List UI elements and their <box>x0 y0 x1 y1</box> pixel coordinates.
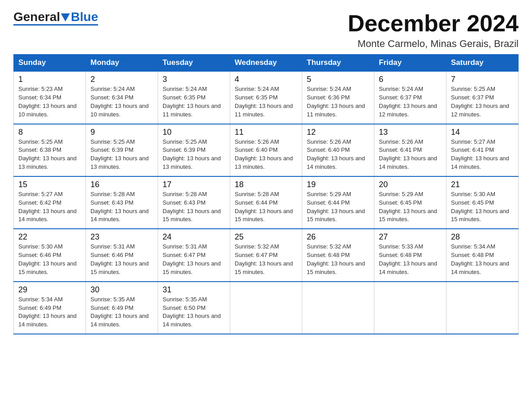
day-number: 30 <box>90 285 153 295</box>
day-info: Sunrise: 5:33 AMSunset: 6:48 PMDaylight:… <box>379 243 442 276</box>
calendar-day-cell: 1Sunrise: 5:23 AMSunset: 6:34 PMDaylight… <box>14 71 86 124</box>
day-info: Sunrise: 5:26 AMSunset: 6:40 PMDaylight:… <box>235 138 297 171</box>
day-number: 18 <box>235 180 297 189</box>
day-number: 19 <box>307 180 369 189</box>
day-info: Sunrise: 5:27 AMSunset: 6:41 PMDaylight:… <box>451 138 514 171</box>
calendar-day-cell: 21Sunrise: 5:30 AMSunset: 6:45 PMDayligh… <box>446 176 519 229</box>
calendar-week-row: 15Sunrise: 5:27 AMSunset: 6:42 PMDayligh… <box>14 176 519 229</box>
col-tuesday: Tuesday <box>158 55 230 72</box>
day-info: Sunrise: 5:32 AMSunset: 6:47 PMDaylight:… <box>235 243 297 276</box>
day-info: Sunrise: 5:24 AMSunset: 6:34 PMDaylight:… <box>90 85 153 119</box>
calendar-day-cell: 23Sunrise: 5:31 AMSunset: 6:46 PMDayligh… <box>86 229 158 281</box>
calendar-day-cell: 6Sunrise: 5:24 AMSunset: 6:37 PMDaylight… <box>374 71 446 124</box>
col-monday: Monday <box>86 55 158 72</box>
day-info: Sunrise: 5:32 AMSunset: 6:48 PMDaylight:… <box>307 243 369 276</box>
logo: General Blue <box>13 11 98 23</box>
calendar-week-row: 22Sunrise: 5:30 AMSunset: 6:46 PMDayligh… <box>14 229 519 281</box>
day-number: 1 <box>18 75 81 84</box>
day-info: Sunrise: 5:31 AMSunset: 6:46 PMDaylight:… <box>90 243 153 276</box>
day-info: Sunrise: 5:25 AMSunset: 6:37 PMDaylight:… <box>451 85 514 119</box>
calendar-day-cell: 5Sunrise: 5:24 AMSunset: 6:36 PMDaylight… <box>302 71 374 124</box>
day-number: 29 <box>18 285 81 295</box>
day-number: 12 <box>307 128 369 137</box>
calendar-week-row: 8Sunrise: 5:25 AMSunset: 6:38 PMDaylight… <box>14 124 519 176</box>
calendar-week-row: 1Sunrise: 5:23 AMSunset: 6:34 PMDaylight… <box>14 71 519 124</box>
logo-blue-text: Blue <box>71 11 98 23</box>
day-number: 16 <box>90 180 153 189</box>
day-info: Sunrise: 5:28 AMSunset: 6:44 PMDaylight:… <box>235 190 297 224</box>
day-number: 27 <box>379 232 442 242</box>
calendar-day-cell: 13Sunrise: 5:26 AMSunset: 6:41 PMDayligh… <box>374 124 446 176</box>
day-number: 28 <box>451 232 514 242</box>
day-number: 17 <box>163 180 225 189</box>
day-number: 11 <box>235 128 297 137</box>
calendar-day-cell: 24Sunrise: 5:31 AMSunset: 6:47 PMDayligh… <box>158 229 230 281</box>
col-friday: Friday <box>374 55 446 72</box>
logo-area: General Blue <box>13 11 98 26</box>
logo-general-text: General <box>13 11 60 23</box>
day-info: Sunrise: 5:30 AMSunset: 6:45 PMDaylight:… <box>451 190 514 224</box>
page: General Blue December 2024 Monte Carmelo… <box>0 0 532 343</box>
col-wednesday: Wednesday <box>230 55 302 72</box>
day-number: 9 <box>90 128 153 137</box>
day-info: Sunrise: 5:27 AMSunset: 6:42 PMDaylight:… <box>18 190 81 224</box>
day-info: Sunrise: 5:34 AMSunset: 6:49 PMDaylight:… <box>18 295 81 329</box>
calendar-day-cell <box>230 282 302 334</box>
day-info: Sunrise: 5:31 AMSunset: 6:47 PMDaylight:… <box>163 243 225 276</box>
day-info: Sunrise: 5:35 AMSunset: 6:49 PMDaylight:… <box>90 295 153 329</box>
header-row-days: Sunday Monday Tuesday Wednesday Thursday… <box>14 55 519 72</box>
day-info: Sunrise: 5:29 AMSunset: 6:44 PMDaylight:… <box>307 190 369 224</box>
calendar-day-cell: 7Sunrise: 5:25 AMSunset: 6:37 PMDaylight… <box>446 71 519 124</box>
calendar-day-cell: 9Sunrise: 5:25 AMSunset: 6:39 PMDaylight… <box>86 124 158 176</box>
calendar-day-cell: 26Sunrise: 5:32 AMSunset: 6:48 PMDayligh… <box>302 229 374 281</box>
day-info: Sunrise: 5:24 AMSunset: 6:35 PMDaylight:… <box>235 85 297 119</box>
calendar-day-cell <box>374 282 446 334</box>
calendar-day-cell: 25Sunrise: 5:32 AMSunset: 6:47 PMDayligh… <box>230 229 302 281</box>
day-number: 2 <box>90 75 153 84</box>
calendar-day-cell: 8Sunrise: 5:25 AMSunset: 6:38 PMDaylight… <box>14 124 86 176</box>
day-number: 6 <box>379 75 442 84</box>
calendar-day-cell: 12Sunrise: 5:26 AMSunset: 6:40 PMDayligh… <box>302 124 374 176</box>
day-info: Sunrise: 5:29 AMSunset: 6:45 PMDaylight:… <box>379 190 442 224</box>
day-info: Sunrise: 5:30 AMSunset: 6:46 PMDaylight:… <box>18 243 81 276</box>
col-thursday: Thursday <box>302 55 374 72</box>
title-area: December 2024 Monte Carmelo, Minas Gerai… <box>348 11 519 50</box>
calendar-day-cell <box>446 282 519 334</box>
day-number: 20 <box>379 180 442 189</box>
day-number: 7 <box>451 75 514 84</box>
calendar-day-cell: 30Sunrise: 5:35 AMSunset: 6:49 PMDayligh… <box>86 282 158 334</box>
calendar-day-cell: 31Sunrise: 5:35 AMSunset: 6:50 PMDayligh… <box>158 282 230 334</box>
day-info: Sunrise: 5:35 AMSunset: 6:50 PMDaylight:… <box>163 295 225 329</box>
calendar-day-cell: 18Sunrise: 5:28 AMSunset: 6:44 PMDayligh… <box>230 176 302 229</box>
day-number: 5 <box>307 75 369 84</box>
calendar-header: Sunday Monday Tuesday Wednesday Thursday… <box>14 55 519 72</box>
day-number: 14 <box>451 128 514 137</box>
logo-underline <box>13 24 98 26</box>
calendar-day-cell: 2Sunrise: 5:24 AMSunset: 6:34 PMDaylight… <box>86 71 158 124</box>
day-number: 15 <box>18 180 81 189</box>
col-saturday: Saturday <box>446 55 519 72</box>
calendar-day-cell: 4Sunrise: 5:24 AMSunset: 6:35 PMDaylight… <box>230 71 302 124</box>
calendar-subtitle: Monte Carmelo, Minas Gerais, Brazil <box>348 38 519 50</box>
day-number: 31 <box>163 285 225 295</box>
calendar-day-cell: 10Sunrise: 5:25 AMSunset: 6:39 PMDayligh… <box>158 124 230 176</box>
calendar-day-cell: 29Sunrise: 5:34 AMSunset: 6:49 PMDayligh… <box>14 282 86 334</box>
day-number: 13 <box>379 128 442 137</box>
calendar-body: 1Sunrise: 5:23 AMSunset: 6:34 PMDaylight… <box>14 71 519 334</box>
calendar-day-cell: 28Sunrise: 5:34 AMSunset: 6:48 PMDayligh… <box>446 229 519 281</box>
day-info: Sunrise: 5:26 AMSunset: 6:40 PMDaylight:… <box>307 138 369 171</box>
day-info: Sunrise: 5:24 AMSunset: 6:37 PMDaylight:… <box>379 85 442 119</box>
day-number: 23 <box>90 232 153 242</box>
day-info: Sunrise: 5:24 AMSunset: 6:36 PMDaylight:… <box>307 85 369 119</box>
day-info: Sunrise: 5:25 AMSunset: 6:39 PMDaylight:… <box>90 138 153 171</box>
day-info: Sunrise: 5:25 AMSunset: 6:39 PMDaylight:… <box>163 138 225 171</box>
day-info: Sunrise: 5:24 AMSunset: 6:35 PMDaylight:… <box>163 85 225 119</box>
day-number: 22 <box>18 232 81 242</box>
calendar-day-cell: 11Sunrise: 5:26 AMSunset: 6:40 PMDayligh… <box>230 124 302 176</box>
calendar-week-row: 29Sunrise: 5:34 AMSunset: 6:49 PMDayligh… <box>14 282 519 334</box>
calendar-day-cell: 16Sunrise: 5:28 AMSunset: 6:43 PMDayligh… <box>86 176 158 229</box>
day-number: 3 <box>163 75 225 84</box>
day-number: 25 <box>235 232 297 242</box>
calendar-table: Sunday Monday Tuesday Wednesday Thursday… <box>13 54 519 334</box>
day-info: Sunrise: 5:28 AMSunset: 6:43 PMDaylight:… <box>90 190 153 224</box>
